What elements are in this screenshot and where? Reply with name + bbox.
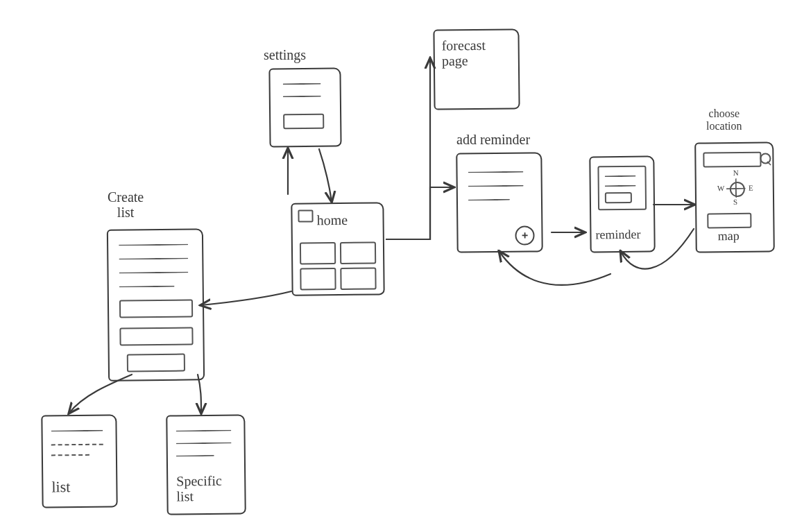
label-add-reminder: add reminder [456, 132, 530, 147]
label-list: list [51, 479, 70, 495]
add-button-icon: + [515, 225, 534, 245]
compass-w: W [717, 184, 725, 192]
screen-list: list [41, 414, 117, 508]
label-settings: settings [264, 47, 306, 62]
screen-choose-location: N S W E map [694, 141, 775, 252]
wireframe-flow-diagram: settings forecast page home add reminder… [0, 0, 786, 532]
screen-home: home [291, 202, 384, 295]
compass-n: N [733, 169, 739, 177]
screen-forecast: forecast page [433, 28, 520, 110]
screen-settings [268, 67, 341, 147]
label-reminder: reminder [595, 228, 640, 242]
screen-reminder-dialog: reminder [589, 156, 655, 253]
label-create-list: Create list [108, 189, 144, 220]
screen-add-reminder: + [456, 152, 543, 252]
label-home: home [316, 212, 348, 228]
label-map: map [717, 230, 739, 243]
screen-create-list [107, 228, 205, 381]
screen-specific-list: Specific list [166, 414, 246, 515]
compass-e: E [749, 184, 753, 192]
label-forecast: forecast page [442, 37, 486, 69]
label-choose-location: choose location [706, 108, 742, 132]
compass-s: S [733, 198, 737, 206]
label-specific-list: Specific list [176, 473, 222, 504]
